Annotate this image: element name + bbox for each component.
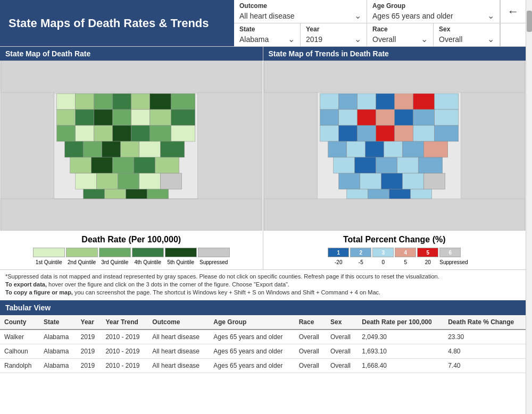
- svg-rect-81: [354, 157, 376, 173]
- svg-rect-69: [357, 125, 376, 141]
- svg-rect-9: [131, 94, 150, 109]
- trend-legend-box: 6: [439, 248, 461, 257]
- table-cell: 2010 - 2019: [101, 344, 148, 359]
- svg-rect-64: [394, 109, 413, 125]
- outcome-dropdown[interactable]: All heart disease ⌄: [239, 11, 361, 21]
- svg-rect-62: [357, 109, 376, 125]
- age-group-dropdown[interactable]: Ages 65 years and older ⌄: [372, 11, 494, 21]
- scrollbar[interactable]: [526, 0, 532, 414]
- table-cell: 1,693.10: [358, 344, 444, 359]
- svg-rect-92: [389, 189, 410, 199]
- sex-dropdown[interactable]: Overall ⌄: [439, 34, 494, 44]
- trend-legend: Total Percent Change (%) 123456 -20 -5 0…: [263, 231, 526, 269]
- back-button[interactable]: ←: [500, 0, 526, 23]
- death-rate-map-panel: State Map of Death Rate: [0, 47, 263, 269]
- race-label: Race: [372, 26, 428, 33]
- notes-section: *Suppressed data is not mapped and inste…: [0, 269, 526, 300]
- trend-legend-box: 2: [350, 248, 371, 257]
- table-cell: Alabama: [39, 359, 77, 373]
- race-chevron-icon: ⌄: [421, 34, 428, 44]
- svg-rect-40: [139, 173, 161, 189]
- outcome-value: All heart disease: [239, 12, 295, 20]
- svg-rect-83: [397, 157, 418, 173]
- race-value: Overall: [372, 35, 396, 44]
- table-cell: Randolph: [0, 359, 39, 373]
- svg-rect-77: [384, 141, 402, 157]
- race-dropdown[interactable]: Overall ⌄: [372, 34, 428, 44]
- svg-rect-76: [365, 141, 384, 157]
- legend-box: [66, 248, 98, 257]
- svg-rect-88: [402, 173, 423, 189]
- svg-rect-29: [121, 141, 139, 157]
- sex-filter[interactable]: Sex Overall ⌄: [434, 23, 500, 46]
- svg-rect-68: [338, 125, 357, 141]
- svg-rect-22: [113, 125, 131, 141]
- svg-rect-12: [57, 109, 76, 125]
- legend-box: [165, 248, 197, 257]
- svg-rect-78: [402, 141, 423, 157]
- sex-label: Sex: [439, 26, 494, 33]
- scroll-thumb[interactable]: [527, 11, 532, 32]
- state-dropdown[interactable]: Alabama ⌄: [239, 34, 295, 44]
- age-group-chevron-icon: ⌄: [487, 11, 494, 21]
- year-filter[interactable]: Year 2019 ⌄: [301, 23, 367, 46]
- table-cell: Overall: [295, 359, 326, 373]
- trend-legend-title: Total Percent Change (%): [269, 235, 521, 244]
- note-copy: To copy a figure or map, you can screens…: [5, 289, 520, 295]
- svg-rect-61: [338, 109, 357, 125]
- year-dropdown[interactable]: 2019 ⌄: [306, 34, 361, 44]
- legend-label: 1st Quintile: [33, 259, 65, 265]
- legend-label: Suppressed: [198, 259, 230, 265]
- table-cell: Calhoun: [0, 344, 39, 359]
- svg-rect-75: [346, 141, 365, 157]
- svg-rect-27: [84, 141, 102, 157]
- svg-rect-79: [423, 141, 447, 157]
- note-export-bold: To export data,: [5, 281, 47, 288]
- trend-map[interactable]: [263, 61, 526, 231]
- age-group-filter[interactable]: Age Group Ages 65 years and older ⌄: [367, 0, 500, 23]
- table-cell: 1,668.40: [358, 359, 444, 373]
- state-label: State: [239, 26, 295, 33]
- tabular-header: Tabular View: [0, 300, 526, 315]
- svg-rect-25: [171, 125, 195, 141]
- sex-value: Overall: [439, 35, 462, 44]
- death-rate-legend-title: Death Rate (Per 100,000): [5, 235, 257, 244]
- outcome-filter[interactable]: Outcome All heart disease ⌄: [234, 0, 367, 23]
- table-cell: Overall: [295, 329, 326, 344]
- svg-rect-82: [376, 157, 397, 173]
- col-race: Race: [295, 315, 326, 329]
- table-row: CalhounAlabama20192010 - 2019All heart d…: [0, 344, 526, 359]
- svg-rect-39: [118, 173, 139, 189]
- svg-rect-66: [434, 109, 458, 125]
- svg-rect-30: [139, 141, 161, 157]
- svg-rect-54: [338, 94, 357, 109]
- svg-rect-10: [150, 94, 171, 109]
- table-cell: Overall: [326, 359, 358, 373]
- table-cell: 2019: [77, 329, 102, 344]
- trend-label-suppressed: Suppressed: [439, 259, 461, 265]
- svg-rect-36: [155, 157, 179, 173]
- death-rate-map[interactable]: [0, 61, 263, 231]
- legend-box: [132, 248, 164, 257]
- table-cell: All heart disease: [148, 359, 209, 373]
- note-suppressed: *Suppressed data is not mapped and inste…: [5, 273, 520, 280]
- note-export-text: hover over the figure and click on the 3…: [48, 281, 289, 288]
- sex-chevron-icon: ⌄: [487, 34, 494, 44]
- state-filter[interactable]: State Alabama ⌄: [234, 23, 301, 46]
- table-container[interactable]: County State Year Year Trend Outcome Age…: [0, 315, 526, 373]
- svg-rect-7: [94, 94, 113, 109]
- svg-rect-63: [376, 109, 394, 125]
- trend-label-5: 5: [395, 259, 416, 265]
- svg-rect-89: [423, 173, 445, 189]
- race-filter[interactable]: Race Overall ⌄: [367, 23, 434, 46]
- svg-rect-28: [102, 141, 121, 157]
- legend-label: 5th Quintile: [165, 259, 197, 265]
- svg-rect-33: [92, 157, 113, 173]
- table-cell: Overall: [295, 344, 326, 359]
- col-year-trend: Year Trend: [101, 315, 148, 329]
- svg-rect-11: [171, 94, 195, 109]
- svg-rect-17: [150, 109, 171, 125]
- table-cell: Ages 65 years and older: [209, 329, 294, 344]
- table-row: RandolphAlabama20192010 - 2019All heart …: [0, 359, 526, 373]
- svg-rect-3: [1, 61, 262, 92]
